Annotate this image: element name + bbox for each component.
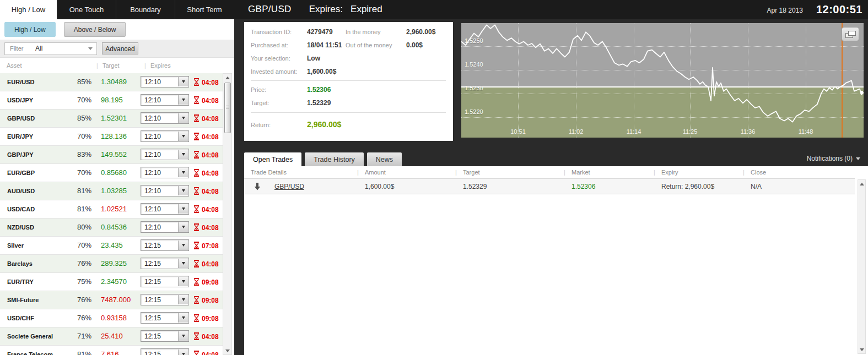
purchased-at-value: 18/04 11:51 xyxy=(307,41,342,49)
expiry-time-value: 12:15 xyxy=(144,351,161,355)
trade-asset-link[interactable]: GBP/USD xyxy=(274,183,304,190)
asset-row-usd-cad[interactable]: USD/CAD81%1.0252112:1004:08 xyxy=(0,200,223,219)
tab-open-trades[interactable]: Open Trades xyxy=(244,152,301,166)
countdown-timer: 04:08 xyxy=(202,170,219,177)
asset-row-eur-usd[interactable]: EUR/USD85%1.3048912:1004:08 xyxy=(0,73,223,91)
tab-short-term[interactable]: Short Term xyxy=(175,0,234,19)
option-type-subtabs: High / LowAbove / Below xyxy=(4,22,126,37)
countdown-timer: 04:08 xyxy=(202,188,219,195)
scroll-down-arrow-icon[interactable] xyxy=(858,346,865,353)
subtab-above-below[interactable]: Above / Below xyxy=(64,22,126,37)
asset-row-aud-usd[interactable]: AUD/USD81%1.0328512:1004:08 xyxy=(0,182,223,200)
expiry-time-select[interactable]: 12:10 xyxy=(141,149,189,160)
select-dropdown-button[interactable] xyxy=(178,241,188,250)
select-dropdown-button[interactable] xyxy=(178,113,188,123)
asset-list-scrollbar[interactable] xyxy=(223,73,232,355)
chevron-down-icon xyxy=(182,99,185,101)
expiry-time-select[interactable]: 12:15 xyxy=(141,330,189,342)
select-dropdown-button[interactable] xyxy=(178,204,188,214)
chevron-down-icon xyxy=(182,80,185,83)
purchased-at-label: Purchased at: xyxy=(251,42,288,48)
chevron-down-icon xyxy=(182,207,185,210)
in-the-money-label: In the money xyxy=(346,29,381,35)
payout-percent: 80% xyxy=(69,223,91,231)
hourglass-icon xyxy=(193,96,200,106)
select-dropdown-button[interactable] xyxy=(178,150,188,159)
tab-trade-history[interactable]: Trade History xyxy=(305,152,364,166)
select-dropdown-button[interactable] xyxy=(178,168,188,177)
payout-percent: 76% xyxy=(69,314,91,322)
select-dropdown-button[interactable] xyxy=(178,186,188,195)
asset-row-eur-gbp[interactable]: EUR/GBP70%0.8568012:1004:08 xyxy=(0,164,223,182)
select-dropdown-button[interactable] xyxy=(178,331,188,341)
asset-row-eur-jpy[interactable]: EUR/JPY70%128.13612:1004:08 xyxy=(0,128,223,146)
countdown-timer: 04:08 xyxy=(202,151,219,159)
scroll-up-arrow-icon[interactable] xyxy=(223,74,231,81)
asset-row-france-telecom[interactable]: France Telecom81%7.61612:1504:08 xyxy=(0,346,223,355)
asset-row-usd-chf[interactable]: USD/CHF76%0.9315812:1509:08 xyxy=(0,309,223,327)
tab-news[interactable]: News xyxy=(367,152,402,166)
asset-row-gbp-jpy[interactable]: GBP/JPY83%149.55212:1004:08 xyxy=(0,146,223,164)
asset-name: Silver xyxy=(7,242,24,249)
hourglass-icon xyxy=(193,169,200,179)
select-dropdown-button[interactable] xyxy=(178,95,188,105)
arrow-down-icon xyxy=(254,182,261,193)
expiry-time-select[interactable]: 12:10 xyxy=(141,185,189,196)
expiry-time-select[interactable]: 12:10 xyxy=(141,94,189,106)
subtab-high-low[interactable]: High / Low xyxy=(4,22,56,37)
select-dropdown-button[interactable] xyxy=(178,349,188,355)
hourglass-icon xyxy=(193,260,200,270)
select-dropdown-button[interactable] xyxy=(178,222,188,232)
tab-boundary[interactable]: Boundary xyxy=(116,0,175,19)
expiry-time-select[interactable]: 12:10 xyxy=(141,203,189,215)
expiry-time-select[interactable]: 12:10 xyxy=(141,76,189,88)
filter-select[interactable]: Filter All xyxy=(4,42,97,55)
select-dropdown-button[interactable] xyxy=(178,295,188,304)
trade-expiry-return: Return: 2,960.00$ xyxy=(661,183,714,190)
invested-label: Invested amount: xyxy=(251,68,297,75)
scrollbar-thumb[interactable] xyxy=(224,83,231,133)
chevron-down-icon xyxy=(182,280,185,283)
expiry-time-select[interactable]: 12:10 xyxy=(141,167,189,178)
asset-row-silver[interactable]: Silver70%23.43512:1507:08 xyxy=(0,237,223,255)
price-chart: 1.52501.52401.52301.522010:5111:0211:141… xyxy=(461,23,864,138)
expiry-time-select[interactable]: 12:15 xyxy=(141,294,189,305)
expiry-time-select[interactable]: 12:15 xyxy=(141,312,189,324)
expiry-time-select[interactable]: 12:10 xyxy=(141,221,189,233)
expiry-time-value: 12:10 xyxy=(144,114,161,122)
chart-price-line xyxy=(461,23,864,138)
tab-high-low[interactable]: High / Low xyxy=(0,0,57,19)
select-dropdown-button[interactable] xyxy=(178,132,188,141)
asset-row-gbp-usd[interactable]: GBP/USD85%1.5230112:1004:08 xyxy=(0,110,223,128)
hourglass-icon xyxy=(193,133,200,143)
select-dropdown-button[interactable] xyxy=(178,259,188,268)
asset-row-eur-try[interactable]: EUR/TRY75%2.3457012:1509:08 xyxy=(0,273,223,291)
select-dropdown-button[interactable] xyxy=(178,77,188,86)
hourglass-icon xyxy=(193,223,200,233)
advanced-button[interactable]: Advanced xyxy=(102,42,138,54)
select-dropdown-button[interactable] xyxy=(178,277,188,286)
asset-row-usd-jpy[interactable]: USD/JPY70%98.19512:1004:08 xyxy=(0,91,223,110)
asset-row-nzd-usd[interactable]: NZD/USD80%0.8453612:1004:08 xyxy=(0,219,223,237)
column-header-close: Close xyxy=(751,169,766,176)
column-header-amount: Amount xyxy=(365,169,386,176)
asset-row-smi-future[interactable]: SMI-Future76%7487.00012:1509:08 xyxy=(0,291,223,309)
chevron-down-icon xyxy=(182,117,185,119)
expiry-time-select[interactable]: 12:10 xyxy=(141,112,189,124)
select-dropdown-button[interactable] xyxy=(178,313,188,323)
expiry-time-select[interactable]: 12:10 xyxy=(141,130,189,142)
scroll-down-arrow-icon[interactable] xyxy=(223,347,231,354)
expiry-time-select[interactable]: 12:15 xyxy=(141,239,189,251)
tab-one-touch[interactable]: One Touch xyxy=(57,0,116,19)
expiry-time-select[interactable]: 12:15 xyxy=(141,348,189,355)
expiry-time-select[interactable]: 12:15 xyxy=(141,258,189,269)
scroll-up-arrow-icon[interactable] xyxy=(858,180,865,188)
trades-scrollbar[interactable] xyxy=(858,179,866,354)
expiry-time-select[interactable]: 12:15 xyxy=(141,276,189,287)
in-the-money-value: 2,960.00$ xyxy=(406,28,435,36)
asset-row-barclays[interactable]: Barclays76%289.32512:1504:08 xyxy=(0,255,223,273)
notifications-toggle[interactable]: Notifications (0) xyxy=(807,155,860,162)
target-price: 0.93158 xyxy=(101,314,127,322)
asset-row-societe-general[interactable]: Societe General71%25.41012:1504:08 xyxy=(0,327,223,346)
chart-popout-button[interactable] xyxy=(842,27,859,41)
